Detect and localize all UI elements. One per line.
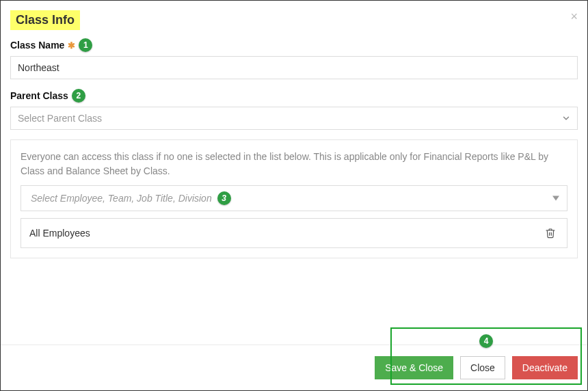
class-name-label: Class Name ✱ 1	[10, 38, 578, 52]
access-help-text: Everyone can access this class if no one…	[21, 150, 567, 178]
close-icon[interactable]: ×	[570, 10, 578, 23]
parent-class-select[interactable]: Select Parent Class	[10, 107, 578, 130]
trash-icon	[545, 227, 556, 239]
step-badge-1: 1	[79, 38, 92, 52]
required-asterisk-icon: ✱	[68, 40, 75, 51]
modal-header: Class Info ×	[1, 1, 587, 38]
employee-select-placeholder: Select Employee, Team, Job Title, Divisi…	[31, 193, 212, 204]
save-and-close-button[interactable]: Save & Close	[375, 356, 453, 379]
class-name-field-group: Class Name ✱ 1	[10, 38, 578, 79]
modal-footer: Save & Close Close Deactivate	[1, 345, 587, 390]
access-list-row-label: All Employees	[29, 228, 90, 239]
access-panel: Everyone can access this class if no one…	[10, 139, 578, 258]
class-info-modal: Class Info × Class Name ✱ 1 Parent Class…	[0, 0, 588, 391]
modal-title: Class Info	[10, 10, 80, 30]
parent-class-select-display: Select Parent Class	[10, 107, 578, 130]
parent-class-label-text: Parent Class	[10, 90, 68, 101]
class-name-label-text: Class Name	[10, 40, 64, 51]
access-list-row: All Employees	[21, 218, 567, 248]
parent-class-field-group: Parent Class 2 Select Parent Class	[10, 89, 578, 130]
parent-class-placeholder: Select Parent Class	[18, 113, 102, 124]
class-name-input[interactable]	[10, 56, 578, 79]
delete-row-button[interactable]	[542, 226, 559, 241]
step-badge-2: 2	[72, 89, 85, 103]
employee-select-display: Select Employee, Team, Job Title, Divisi…	[21, 185, 567, 211]
parent-class-label: Parent Class 2	[10, 89, 578, 103]
close-button[interactable]: Close	[460, 356, 505, 379]
triangle-down-icon	[552, 196, 559, 201]
modal-body: Class Name ✱ 1 Parent Class 2 Select Par…	[1, 38, 587, 345]
chevron-down-icon	[561, 113, 571, 123]
step-badge-3: 3	[217, 191, 231, 205]
employee-select[interactable]: Select Employee, Team, Job Title, Divisi…	[21, 185, 567, 211]
deactivate-button[interactable]: Deactivate	[512, 356, 578, 379]
